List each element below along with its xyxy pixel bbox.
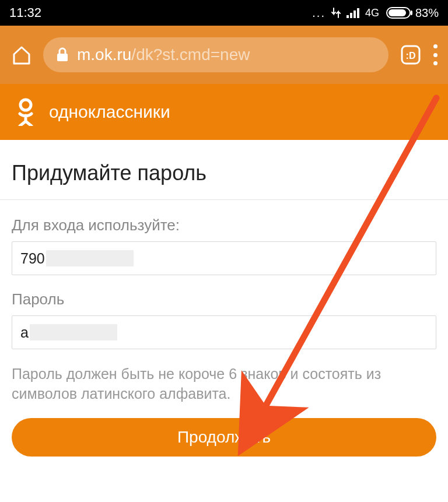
ok-logo-icon[interactable] [15,98,36,126]
svg-rect-2 [354,10,356,18]
login-field[interactable]: 790 [12,241,436,275]
address-bar[interactable]: m.ok.ru/dk?st.cmd=new [43,37,388,72]
svg-text::D: :D [406,51,416,61]
login-label: Для входа используйте: [12,216,436,234]
svg-point-7 [20,100,31,110]
svg-rect-1 [350,13,352,18]
redacted-block [30,324,117,340]
continue-button[interactable]: Продолжить [12,418,436,457]
svg-rect-4 [57,54,68,61]
tabs-icon[interactable]: :D [399,43,422,66]
network-type: 4G [365,7,379,19]
browser-toolbar: m.ok.ru/dk?st.cmd=new :D [0,26,448,84]
content: Придумайте пароль Для входа используйте:… [0,140,448,457]
battery-icon [386,7,411,19]
status-bar: 11:32 ... 4G 83% [0,0,448,26]
svg-rect-3 [357,8,359,18]
password-field[interactable]: a [12,315,436,349]
form-section: Для входа используйте: 790 Пароль a Паро… [0,200,448,404]
page-title: Придумайте пароль [0,161,448,200]
more-icon[interactable] [433,44,438,65]
status-dots: ... [312,6,326,20]
password-hint: Пароль должен быть не короче 6 знаков и … [12,364,436,404]
password-label: Пароль [12,290,436,308]
password-value: a [20,324,29,341]
site-header: одноклассники [0,84,448,140]
lock-icon [56,47,69,62]
site-title: одноклассники [49,102,170,122]
url-text: m.ok.ru/dk?st.cmd=new [77,45,250,64]
url-host: m.ok.ru [77,45,131,64]
home-icon[interactable] [10,44,33,66]
status-right: ... 4G 83% [312,6,439,20]
status-time: 11:32 [9,5,41,20]
url-path: /dk?st.cmd=new [131,45,250,64]
svg-rect-0 [346,15,349,18]
battery-percent: 83% [415,6,439,20]
redacted-block [46,250,134,266]
signal-icon [346,8,360,18]
data-sync-icon [330,7,342,19]
login-value: 790 [20,250,45,267]
